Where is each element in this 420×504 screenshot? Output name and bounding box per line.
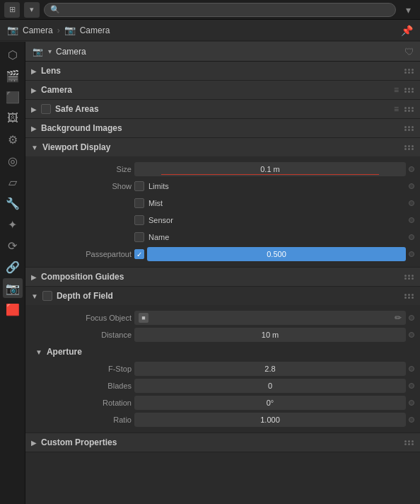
fstop-field[interactable]: 2.8 [134, 362, 406, 376]
ratio-dot[interactable] [409, 417, 414, 423]
section-viewport-display: ▼ Viewport Display Size 0.1 m Show [25, 138, 420, 268]
object-header: 📷 ▾ Camera 🛡 [25, 42, 420, 62]
limits-dot[interactable] [409, 183, 414, 189]
show-label: Show [40, 182, 132, 190]
section-header-safe-areas[interactable]: ▶ Safe Areas ≡ [25, 100, 420, 118]
blades-dot[interactable] [409, 383, 414, 389]
checkbox-name[interactable] [134, 232, 144, 242]
rotation-field[interactable]: 0° [134, 396, 406, 410]
section-menu-lens[interactable] [404, 69, 414, 74]
section-header-lens[interactable]: ▶ Lens [25, 62, 420, 80]
prop-row-blades: Blades 0 [25, 377, 420, 394]
distance-dot[interactable] [409, 332, 414, 338]
sidebar-icon-viewlayer[interactable]: 🖼 [3, 108, 23, 128]
limits-group: Limits [134, 181, 406, 191]
focus-object-dot[interactable] [409, 315, 414, 321]
sidebar-icon-view[interactable]: ⬡ [3, 45, 23, 64]
object-dropdown[interactable]: ▾ [48, 47, 52, 55]
checkbox-passepartout[interactable]: ✓ [134, 249, 144, 259]
section-header-viewport-display[interactable]: ▼ Viewport Display [25, 138, 420, 156]
pin-icon[interactable]: 📌 [401, 25, 413, 36]
sensor-dot[interactable] [409, 217, 414, 223]
sidebar-icon-output[interactable]: ⬛ [3, 87, 23, 107]
section-header-custom-properties[interactable]: ▶ Custom Properties [25, 433, 420, 452]
section-header-depth-of-field[interactable]: ▼ Depth of Field [25, 287, 420, 305]
prop-row-ratio: Ratio 1.000 [25, 411, 420, 428]
aperture-label: Aperture [47, 347, 82, 357]
sensor-label: Sensor [148, 216, 173, 224]
size-field[interactable]: 0.1 m [134, 162, 406, 176]
toggle-icon-custom-props: ▶ [31, 439, 37, 447]
sidebar-icon-object[interactable]: ▱ [3, 172, 23, 192]
toggle-icon-bg-images: ▶ [31, 125, 37, 132]
section-menu-comp-guides[interactable] [404, 275, 414, 280]
show-name-row: Name [25, 229, 420, 246]
list-icon-safe-areas[interactable]: ≡ [394, 104, 399, 114]
section-menu-safe-areas[interactable] [404, 107, 414, 112]
grid-icon: ⊞ [9, 5, 16, 14]
mist-dot[interactable] [409, 200, 414, 206]
dropdown-icon: ▾ [30, 5, 34, 14]
passepartout-dot[interactable] [409, 251, 414, 257]
shield-icon[interactable]: 🛡 [404, 46, 414, 57]
checkbox-limits[interactable] [134, 181, 144, 191]
name-label: Name [148, 233, 169, 241]
size-dot[interactable] [409, 166, 414, 172]
toggle-icon-viewport: ▼ [31, 144, 38, 151]
section-title-custom-properties: Custom Properties [41, 437, 400, 447]
sidebar-icon-data[interactable]: 📷 [3, 278, 23, 298]
toggle-icon-aperture: ▼ [35, 348, 42, 356]
sidebar-icon-modifier[interactable]: 🔧 [3, 193, 23, 213]
subsection-aperture[interactable]: ▼ Aperture [25, 343, 420, 360]
checkbox-mist[interactable] [134, 198, 144, 208]
checkbox-sensor[interactable] [134, 215, 144, 225]
section-menu-camera[interactable] [404, 88, 414, 93]
fstop-dot[interactable] [409, 366, 414, 372]
breadcrumb-label-2[interactable]: Camera [80, 25, 110, 35]
section-menu-bg-images[interactable] [404, 126, 414, 131]
section-menu-custom-props[interactable] [404, 440, 414, 445]
section-header-background-images[interactable]: ▶ Background Images [25, 119, 420, 137]
top-bar: ⊞ ▾ 🔍 ▾ [0, 0, 420, 20]
ratio-field[interactable]: 1.000 [134, 413, 406, 427]
focus-object-icon: ■ [139, 313, 148, 323]
sidebar-icon-constraints[interactable]: 🔗 [3, 257, 23, 277]
object-name[interactable]: Camera [56, 47, 400, 57]
section-title-background-images: Background Images [41, 123, 400, 133]
prop-row-distance: Distance 10 m [25, 326, 420, 343]
list-icon-camera[interactable]: ≡ [394, 85, 399, 95]
ratio-label: Ratio [40, 416, 132, 424]
view-button[interactable]: ▾ [24, 2, 40, 18]
sidebar-icon-scene[interactable]: ⚙ [3, 130, 23, 149]
section-header-camera[interactable]: ▶ Camera ≡ [25, 81, 420, 99]
passepartout-group: ✓ 0.500 [134, 247, 406, 261]
breadcrumb-label-1[interactable]: Camera [23, 25, 53, 35]
show-limits-row: Show Limits [25, 178, 420, 195]
name-group: Name [134, 232, 406, 242]
name-dot[interactable] [409, 234, 414, 240]
sidebar-icon-physics[interactable]: ⟳ [3, 236, 23, 256]
rotation-dot[interactable] [409, 400, 414, 406]
passepartout-field[interactable]: 0.500 [147, 247, 406, 261]
sidebar-icon-world[interactable]: ◎ [3, 151, 23, 171]
blades-field[interactable]: 0 [134, 379, 406, 393]
focus-object-pick[interactable]: ✏ [395, 313, 402, 323]
sidebar-icon-material[interactable]: 🟥 [3, 299, 23, 319]
section-title-lens: Lens [41, 66, 400, 76]
section-menu-viewport[interactable] [404, 145, 414, 150]
sidebar-icon-particles[interactable]: ✦ [3, 214, 23, 234]
checkbox-dof[interactable] [42, 291, 52, 301]
fstop-label: F-Stop [40, 365, 132, 373]
settings-button[interactable]: ▾ [400, 2, 416, 18]
search-box[interactable]: 🔍 [44, 3, 396, 17]
section-composition-guides: ▶ Composition Guides [25, 268, 420, 287]
toggle-icon-comp-guides: ▶ [31, 273, 37, 281]
sensor-group: Sensor [134, 215, 406, 225]
sidebar-icon-render[interactable]: 🎬 [3, 66, 23, 86]
focus-object-field[interactable]: ■ ✏ [134, 311, 406, 325]
section-header-composition-guides[interactable]: ▶ Composition Guides [25, 268, 420, 286]
checkbox-safe-areas[interactable] [41, 104, 51, 114]
section-menu-dof[interactable] [404, 294, 414, 299]
menu-button[interactable]: ⊞ [4, 2, 20, 18]
distance-field[interactable]: 10 m [134, 328, 406, 342]
